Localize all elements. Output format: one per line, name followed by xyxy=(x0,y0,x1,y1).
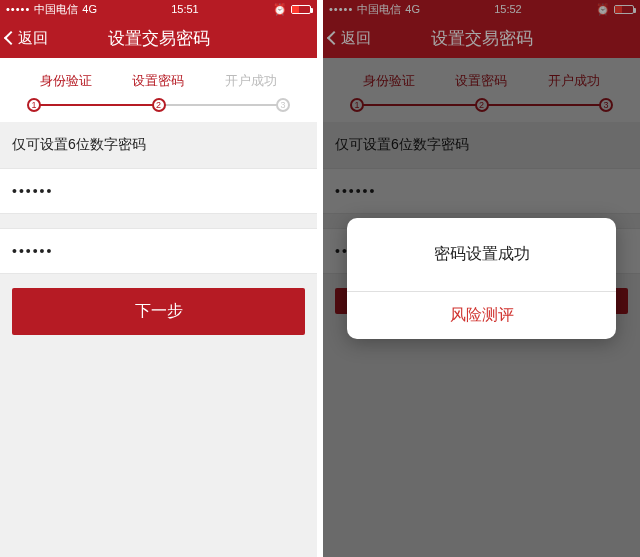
step-label-1: 身份验证 xyxy=(363,72,415,90)
step-line-2 xyxy=(482,104,607,106)
nav-bar: 返回 设置交易密码 xyxy=(0,18,317,58)
clock-label: 15:51 xyxy=(171,3,199,15)
step-line-1 xyxy=(357,104,482,106)
status-bar: ••••• 中国电信 4G 15:52 ⏰ xyxy=(323,0,640,18)
step-label-3: 开户成功 xyxy=(548,72,600,90)
password-input-1[interactable]: •••••• xyxy=(0,168,317,214)
step-node-2: 2 xyxy=(475,98,489,112)
dialog-action-button[interactable]: 风险测评 xyxy=(347,291,616,339)
battery-icon xyxy=(614,5,634,14)
clock-label: 15:52 xyxy=(494,3,522,15)
signal-dots-icon: ••••• xyxy=(329,3,353,15)
step-line-2 xyxy=(159,104,284,106)
step-node-1: 1 xyxy=(350,98,364,112)
hint-text: 仅可设置6位数字密码 xyxy=(0,122,317,168)
step-node-2: 2 xyxy=(152,98,166,112)
progress-steps: 身份验证 设置密码 开户成功 1 2 3 xyxy=(0,58,317,122)
carrier-label: 中国电信 xyxy=(357,2,401,17)
progress-steps: 身份验证 设置密码 开户成功 1 2 3 xyxy=(323,58,640,122)
network-label: 4G xyxy=(82,3,97,15)
status-bar: ••••• 中国电信 4G 15:51 ⏰ xyxy=(0,0,317,18)
alarm-icon: ⏰ xyxy=(273,3,287,16)
step-node-3: 3 xyxy=(276,98,290,112)
signal-dots-icon: ••••• xyxy=(6,3,30,15)
nav-bar: 返回 设置交易密码 xyxy=(323,18,640,58)
network-label: 4G xyxy=(405,3,420,15)
dialog-message: 密码设置成功 xyxy=(347,218,616,291)
step-node-1: 1 xyxy=(27,98,41,112)
step-line-1 xyxy=(34,104,159,106)
step-label-3: 开户成功 xyxy=(225,72,277,90)
page-title: 设置交易密码 xyxy=(323,27,640,50)
step-label-2: 设置密码 xyxy=(455,72,507,90)
step-label-1: 身份验证 xyxy=(40,72,92,90)
page-title: 设置交易密码 xyxy=(0,27,317,50)
password-input-1[interactable]: •••••• xyxy=(323,168,640,214)
password-input-2[interactable]: •••••• xyxy=(0,228,317,274)
success-dialog: 密码设置成功 风险测评 xyxy=(347,218,616,339)
phone-left: ••••• 中国电信 4G 15:51 ⏰ 返回 设置交易密码 身份验证 设置密… xyxy=(0,0,317,557)
step-node-3: 3 xyxy=(599,98,613,112)
hint-text: 仅可设置6位数字密码 xyxy=(323,122,640,168)
alarm-icon: ⏰ xyxy=(596,3,610,16)
phone-right: ••••• 中国电信 4G 15:52 ⏰ 返回 设置交易密码 身份验证 设置密… xyxy=(323,0,640,557)
battery-icon xyxy=(291,5,311,14)
carrier-label: 中国电信 xyxy=(34,2,78,17)
step-label-2: 设置密码 xyxy=(132,72,184,90)
next-button[interactable]: 下一步 xyxy=(12,288,305,335)
